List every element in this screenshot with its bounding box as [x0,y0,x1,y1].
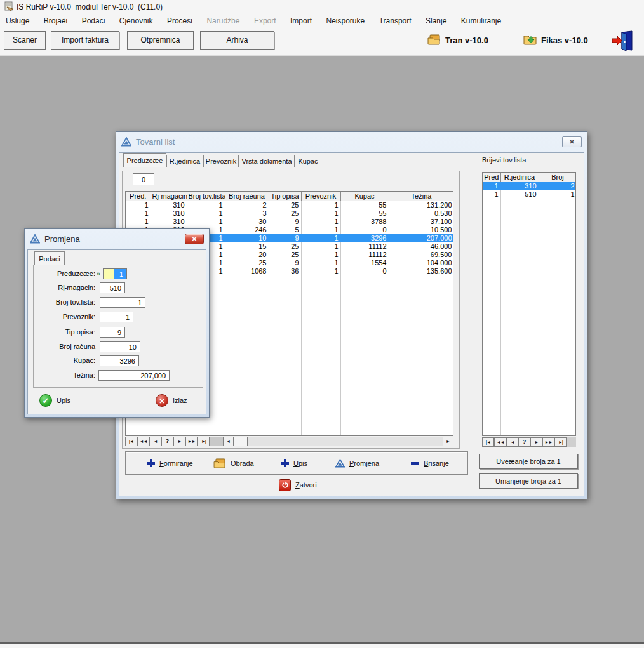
filter-input[interactable] [133,173,154,185]
nav-prev-button[interactable]: ◄ [149,437,161,446]
menu-import[interactable]: Import [285,14,318,25]
upis-label: Upis [293,460,307,467]
tran-label[interactable]: Tran v-10.0 [445,36,488,45]
app-icon [3,1,14,12]
izlaz-button[interactable]: ✕ Izlaz [156,393,187,408]
obrada-button[interactable]: Obrada [213,452,254,474]
table-row[interactable]: 15101 [483,190,576,198]
tezina-field[interactable]: 207,000 [98,370,170,381]
grid-header: Pred.Rj-magacin Broj tov.listaBroj raèun… [126,192,453,201]
selected-text: 1 [114,269,126,279]
menu-slanje[interactable]: Slanje [420,14,452,25]
tab-preduzece[interactable]: Preduzeæe [123,153,166,167]
menu-transport[interactable]: Transport [373,14,417,25]
nav-search-button[interactable]: ? [518,437,530,447]
menu-export: Export [248,14,282,25]
izlaz-label: Izlaz [173,397,187,404]
menu-procesi[interactable]: Procesi [161,14,198,25]
promjena-titlebar[interactable]: Promjena ✕ [25,229,209,249]
nav-next-page-button[interactable]: ►► [185,437,198,446]
promjena-button[interactable]: Promjena [335,452,379,474]
nav-next-button[interactable]: ► [173,437,185,446]
kupac-label: Kupac: [33,357,95,364]
nav-next-page-button[interactable]: ►► [542,437,554,447]
increase-number-button[interactable]: Uveæanje broja za 1 [479,454,578,469]
scaner-button[interactable]: Scaner [4,31,46,50]
brisanje-button[interactable]: Brisanje [411,452,449,474]
tip-opisa-label: Tip opisa: [33,328,95,336]
tab-podaci[interactable]: Podaci [34,251,65,265]
exit-door-icon[interactable] [611,30,634,51]
broj-tov-lista-field[interactable]: 1 [100,297,145,308]
menu-podaci[interactable]: Podaci [76,14,111,25]
preduzece-field[interactable]: 1 [103,268,127,279]
rj-magacin-field[interactable]: 510 [100,282,125,293]
nav-next-button[interactable]: ► [530,437,542,447]
upis-button[interactable]: Upis [281,452,307,474]
close-window-button[interactable]: ✕ [562,136,582,147]
dialog-title: Promjena [44,234,80,244]
tab-rjedinica[interactable]: R.jedinica [166,155,203,167]
tip-opisa-field[interactable]: 9 [100,327,125,338]
nav-track [567,437,576,447]
formiranje-label: Formiranje [159,460,193,467]
minus-icon [411,459,419,467]
obrada-label: Obrada [231,460,254,467]
scroll-left-button[interactable]: ◄ [223,437,234,446]
menu-kumuliranje[interactable]: Kumuliranje [455,14,507,25]
tezina-label: Težina: [33,371,95,379]
menu-usluge[interactable]: Usluge [0,14,35,25]
formiranje-button[interactable]: Formiranje [147,452,193,474]
tab-vrsta-dokimenta[interactable]: Vrsta dokimenta [239,155,295,167]
nav-last-button[interactable]: ►| [554,437,567,447]
nav-first-button[interactable]: |◄ [125,437,137,446]
prevoznik-label: Prevoznik: [33,313,95,321]
nav-last-button[interactable]: ►| [198,437,210,446]
table-row[interactable]: 131013091378837.100 [126,217,453,225]
field-marker: » [97,270,100,277]
folder-icon [213,458,226,468]
import-faktura-button[interactable]: Import faktura [51,31,119,50]
otpremnica-button[interactable]: Otpremnica [127,31,194,50]
action-panel: Formiranje Obrada Upis [125,451,468,475]
nav-prev-button[interactable]: ◄ [506,437,518,447]
menu-narudzbe: Narudžbe [201,14,245,25]
tab-kupac[interactable]: Kupac [295,155,321,167]
table-row[interactable]: 13102 [483,182,576,190]
tab-prevoznik[interactable]: Prevoznik [203,155,239,167]
brijevi-label: Brijevi tov.lista [482,156,526,164]
kupac-field[interactable]: 3296 [100,355,139,366]
fikas-folder-icon [523,34,537,45]
decrease-number-button[interactable]: Umanjenje broja za 1 [479,473,578,489]
nav-first-button[interactable]: |◄ [482,437,494,447]
nav-prev-page-button[interactable]: ◄◄ [137,437,149,446]
power-icon [279,479,291,491]
app-titlebar: IS RuRiP v-10.0 modiul Ter v-10.0 (C11.0… [0,0,644,14]
tovarni-titlebar[interactable]: Tovarni list ✕ [116,132,587,152]
scroll-right-button[interactable]: ► [443,437,453,446]
table-row[interactable]: 13101225155131.200 [126,201,453,209]
menu-cjenovnik[interactable]: Cjenovnik [114,14,159,25]
nav-prev-page-button[interactable]: ◄◄ [494,437,506,447]
brijevi-grid: Pred R.jedinica Broj 1310215101 [482,172,576,436]
plus-icon [281,459,289,467]
nav-search-button[interactable]: ? [161,437,173,446]
menu-neisporuke[interactable]: Neisporuke [321,14,371,25]
triangle-logo-icon [121,137,131,147]
fikas-label[interactable]: Fikas v-10.0 [541,36,588,45]
window-title: Tovarni list [136,137,175,147]
close-dialog-button[interactable]: ✕ [185,234,204,244]
menu-brojaci[interactable]: Brojaèi [38,14,73,25]
table-filler [483,198,576,435]
arhiva-button[interactable]: Arhiva [200,31,274,50]
rj-magacin-label: Rj-magacin: [33,284,95,291]
prevoznik-field[interactable]: 1 [100,312,133,322]
zatvori-button[interactable]: Zatvori [279,478,317,492]
h-scrollbar-thumb[interactable] [234,437,248,446]
plus-icon [147,459,155,467]
broj-racuna-field[interactable]: 10 [100,341,140,352]
zatvori-label: Zatvori [295,481,317,489]
upis-label: Upis [57,397,70,404]
upis-button[interactable]: ✓ Upis [39,393,70,408]
table-row[interactable]: 131013251550.530 [126,209,453,217]
